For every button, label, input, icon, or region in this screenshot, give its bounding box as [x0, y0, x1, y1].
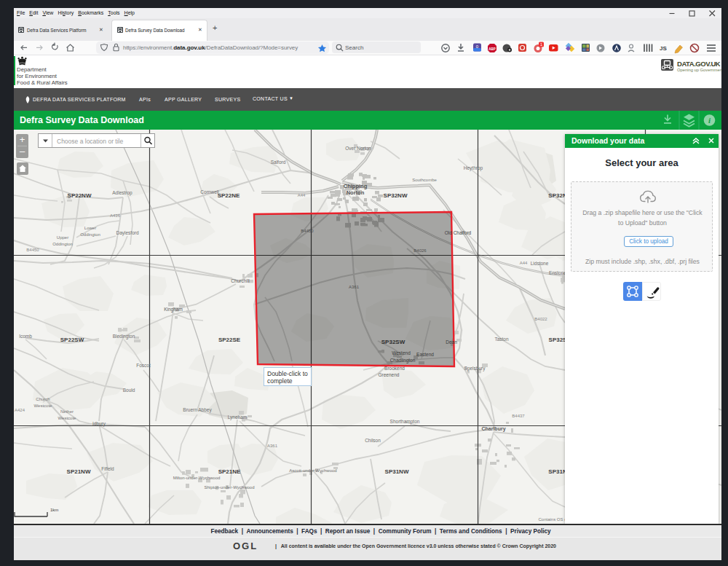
svg-text:Shorthampton: Shorthampton — [390, 419, 420, 425]
svg-text:Milton-under-Wychwood: Milton-under-Wychwood — [173, 476, 221, 480]
svg-text:Taston: Taston — [494, 337, 509, 342]
svg-text:Chilson: Chilson — [365, 438, 381, 443]
svg-text:SP22NW: SP22NW — [68, 192, 92, 199]
svg-text:Westend: Westend — [392, 350, 411, 355]
svg-text:SP21NE: SP21NE — [218, 468, 241, 475]
svg-text:A44: A44 — [520, 261, 528, 265]
svg-text:Heythrop: Heythrop — [464, 165, 483, 171]
svg-text:A44: A44 — [298, 193, 306, 197]
svg-text:Enstone: Enstone — [549, 270, 566, 275]
svg-text:Bledington: Bledington — [113, 334, 135, 339]
svg-text:Chipping: Chipping — [344, 183, 368, 189]
svg-text:SP22SW: SP22SW — [60, 337, 84, 343]
svg-text:SP21NW: SP21NW — [67, 468, 91, 475]
svg-text:Adlestrop: Adlestrop — [112, 190, 132, 196]
svg-text:A361: A361 — [267, 444, 278, 448]
svg-text:SP22SE: SP22SE — [218, 337, 241, 343]
svg-text:Spelsbury: Spelsbury — [464, 366, 486, 372]
svg-text:B4450: B4450 — [26, 248, 39, 252]
svg-text:Dean: Dean — [446, 339, 457, 345]
svg-text:Bould: Bould — [123, 388, 135, 393]
svg-text:B4437: B4437 — [512, 414, 525, 418]
svg-text:Upper: Upper — [57, 235, 68, 240]
svg-text:Cornwell: Cornwell — [200, 189, 219, 194]
svg-text:B4026: B4026 — [414, 248, 427, 253]
svg-text:Shipton-under-Wychwood: Shipton-under-Wychwood — [205, 485, 255, 490]
svg-text:Nether: Nether — [60, 409, 74, 414]
svg-text:Westcote: Westcote — [58, 416, 77, 420]
svg-text:Ascott-under-Wychwood: Ascott-under-Wychwood — [289, 468, 336, 473]
svg-text:SP32SW: SP32SW — [381, 339, 405, 345]
svg-text:Lidstone: Lidstone — [531, 261, 549, 266]
svg-text:Salford: Salford — [271, 160, 286, 165]
svg-text:SP31NW: SP31NW — [385, 468, 409, 475]
svg-text:Southcombe: Southcombe — [412, 178, 437, 182]
svg-text:Greenend: Greenend — [379, 372, 400, 377]
svg-text:Bruern Abbey: Bruern Abbey — [183, 407, 212, 413]
svg-text:A436: A436 — [110, 213, 121, 218]
svg-text:1km: 1km — [50, 508, 58, 512]
svg-text:Icomb: Icomb — [19, 334, 32, 339]
svg-text:Lyneham: Lyneham — [228, 414, 248, 420]
svg-text:B4022: B4022 — [534, 317, 547, 321]
svg-text:Over Norton: Over Norton — [345, 146, 371, 151]
svg-text:Daylesford: Daylesford — [116, 230, 138, 236]
svg-text:Kingham: Kingham — [164, 307, 183, 313]
svg-text:Old Chalford: Old Chalford — [445, 230, 472, 235]
svg-text:Oddington: Oddington — [80, 232, 100, 237]
svg-text:Foscot: Foscot — [136, 363, 151, 368]
svg-text:Oddington: Oddington — [52, 242, 73, 246]
svg-text:Lower: Lower — [84, 226, 96, 230]
svg-text:SP22NE: SP22NE — [218, 192, 240, 199]
svg-text:Fifield: Fifield — [101, 466, 114, 471]
svg-text:Norton: Norton — [347, 189, 365, 196]
svg-text:A361: A361 — [349, 285, 360, 289]
svg-text:Westcote: Westcote — [34, 404, 53, 408]
svg-text:Eastend: Eastend — [416, 352, 434, 357]
svg-text:Churchill: Churchill — [231, 278, 250, 283]
svg-text:1: 1 — [540, 42, 542, 47]
svg-text:ABP: ABP — [488, 47, 496, 51]
svg-text:JS: JS — [660, 45, 667, 52]
svg-text:Charlbury: Charlbury — [481, 426, 505, 432]
svg-text:B4450: B4450 — [301, 229, 314, 233]
svg-text:Idbury: Idbury — [92, 421, 106, 427]
svg-text:SP32NW: SP32NW — [384, 192, 408, 199]
svg-text:Contains OS d: Contains OS d — [538, 517, 566, 522]
svg-text:Church: Church — [36, 397, 50, 401]
svg-text:Chadlington: Chadlington — [390, 358, 416, 363]
svg-text:A424: A424 — [15, 408, 25, 412]
